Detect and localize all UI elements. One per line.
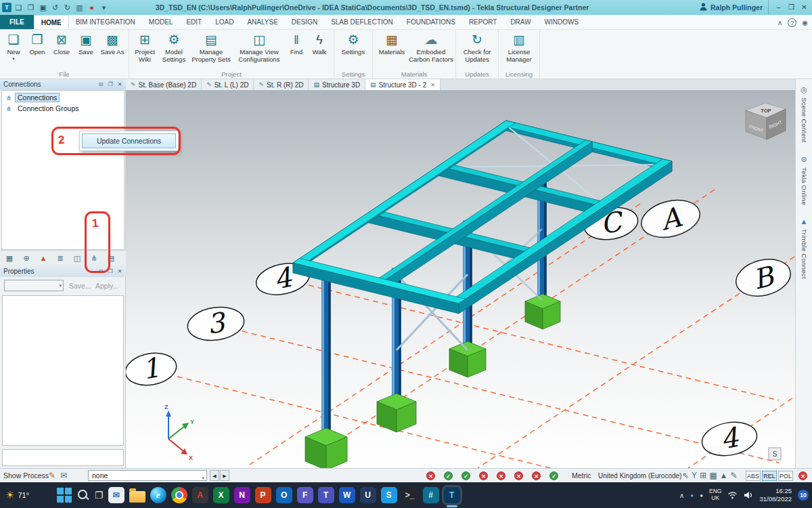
coord-mode-pol[interactable]: POL bbox=[778, 471, 793, 481]
ribbon-tab-slab-deflection[interactable]: SLAB DEFLECTION bbox=[324, 15, 400, 29]
language-switcher[interactable]: ENG UK bbox=[709, 488, 721, 502]
solver-view-icon[interactable]: ▦ bbox=[2, 252, 17, 264]
tekla-tsd-icon[interactable]: T bbox=[444, 487, 460, 503]
close-tab-icon[interactable]: ✕ bbox=[430, 82, 435, 88]
ribbon-tab-file[interactable]: FILE bbox=[0, 15, 34, 29]
redo-icon[interactable]: ↻ bbox=[62, 3, 72, 12]
process-filter-dropdown[interactable]: none ▾ bbox=[88, 470, 207, 481]
next-icon[interactable]: ▶ bbox=[220, 470, 229, 481]
ribbon-button-license-manager[interactable]: ▥License Manager bbox=[501, 32, 537, 70]
connections-icon[interactable]: ⋔ bbox=[87, 252, 102, 264]
app-grid-icon[interactable]: # bbox=[423, 487, 439, 503]
tree-item-connection-groups[interactable]: ⋔Connection Groups bbox=[2, 103, 124, 114]
app-logo-icon[interactable]: T bbox=[2, 3, 12, 12]
collapse-ribbon-icon[interactable]: ∧ bbox=[777, 19, 782, 26]
float-panel-icon[interactable]: ❐ bbox=[106, 266, 114, 277]
float-panel-icon[interactable]: ❐ bbox=[106, 79, 114, 90]
snap-mode-button[interactable]: S bbox=[769, 448, 781, 460]
ribbon-button-manage-property-sets[interactable]: ▤Manage Property Sets bbox=[189, 32, 233, 70]
chart-icon[interactable]: ▲ bbox=[719, 471, 727, 480]
weather-widget[interactable]: ☀ 71° bbox=[5, 482, 29, 508]
ribbon-button-check-for-updates[interactable]: ↻Check for Updates bbox=[458, 32, 496, 70]
ribbon-button-new[interactable]: ❏New▾ bbox=[2, 32, 25, 70]
notification-badge[interactable]: 10 bbox=[798, 490, 809, 501]
coord-mode-abs[interactable]: ABS bbox=[746, 471, 761, 481]
ribbon-button-open[interactable]: ❐Open bbox=[25, 32, 49, 70]
grid-view-icon[interactable]: ▦ bbox=[709, 471, 717, 480]
trimble-connect-tab[interactable]: ▲Trimble Connect bbox=[796, 211, 812, 285]
status-green-icon[interactable]: ✓ bbox=[444, 471, 453, 480]
units-label[interactable]: Metric bbox=[572, 471, 591, 480]
onenote-icon[interactable]: N bbox=[234, 487, 250, 503]
view-tab-structure-3d-2[interactable]: ▤Structure 3D - 2✕ bbox=[365, 79, 441, 90]
status-red-icon[interactable]: ✕ bbox=[497, 471, 505, 480]
ribbon-tab-design[interactable]: DESIGN bbox=[285, 15, 324, 29]
properties-preset-dropdown[interactable]: ▾ bbox=[4, 280, 64, 291]
tray-app-icon[interactable]: ● bbox=[700, 492, 703, 499]
open-icon[interactable]: ❐ bbox=[26, 3, 36, 12]
wifi-icon[interactable] bbox=[727, 491, 738, 499]
app-f-icon[interactable]: F bbox=[297, 487, 313, 503]
ribbon-tab-home[interactable]: HOME bbox=[34, 15, 69, 29]
process-mail-icon[interactable]: ✉ bbox=[60, 471, 67, 480]
edge-icon[interactable]: e bbox=[150, 487, 166, 503]
grid-bubble[interactable]: 1 bbox=[126, 349, 179, 389]
drawings-icon[interactable]: ▤ bbox=[104, 252, 118, 264]
error-status-icon[interactable]: ✕ bbox=[798, 471, 807, 480]
ribbon-button-close[interactable]: ⊠Close bbox=[49, 32, 74, 70]
y-axis-icon[interactable]: Y bbox=[692, 471, 697, 480]
globe-view-icon[interactable]: ⊕ bbox=[19, 252, 34, 264]
close-button[interactable]: ✕ bbox=[798, 0, 811, 15]
ribbon-tab-analyse[interactable]: ANALYSE bbox=[240, 15, 284, 29]
app-s-icon[interactable]: S bbox=[381, 487, 397, 503]
select-pointer-icon[interactable]: ⇖ bbox=[682, 471, 689, 480]
ribbon-tab-report[interactable]: REPORT bbox=[462, 15, 504, 29]
ribbon-button-settings[interactable]: ⚙Settings bbox=[336, 32, 370, 70]
model-viewport[interactable]: 4 3 1 C A B 4 bbox=[126, 90, 795, 468]
acrobat-icon[interactable]: A bbox=[192, 487, 208, 503]
ribbon-button-manage-view-configurations[interactable]: ◫Manage View Configurations bbox=[233, 32, 286, 70]
tree-item-connections[interactable]: ⋔Connections bbox=[2, 92, 124, 103]
view-tab-structure-3d[interactable]: ▤Structure 3D bbox=[309, 79, 365, 90]
status-red-icon[interactable]: ✕ bbox=[532, 471, 541, 480]
ribbon-tab-load[interactable]: LOAD bbox=[208, 15, 240, 29]
update-connections-menu-item[interactable]: Update Connections bbox=[82, 133, 176, 148]
task-view-button[interactable]: ❐ bbox=[95, 490, 104, 501]
view-tab-st-r-r-2d[interactable]: ✎St. R (R) 2D bbox=[254, 79, 309, 90]
search-button[interactable] bbox=[76, 488, 90, 502]
powerpoint-icon[interactable]: P bbox=[255, 487, 271, 503]
view-tab-st-base-base-2d[interactable]: ✎St. Base (Base) 2D bbox=[126, 79, 202, 90]
ribbon-tab-foundations[interactable]: FOUNDATIONS bbox=[400, 15, 462, 29]
ribbon-tab-edit[interactable]: EDIT bbox=[179, 15, 208, 29]
ribbon-tab-model[interactable]: MODEL bbox=[142, 15, 180, 29]
minimize-button[interactable]: – bbox=[772, 0, 785, 15]
ribbon-tab-windows[interactable]: WINDOWS bbox=[538, 15, 586, 29]
teams-icon[interactable]: T bbox=[318, 487, 334, 503]
status-red-icon[interactable]: ✕ bbox=[479, 471, 488, 480]
head-code-label[interactable]: United Kingdom (Eurocode) bbox=[598, 472, 681, 480]
volume-icon[interactable] bbox=[744, 491, 753, 499]
status-green-icon[interactable]: ✓ bbox=[549, 471, 558, 480]
user-account[interactable]: Ralph Pullinger bbox=[700, 0, 769, 15]
close-panel-icon[interactable]: ✕ bbox=[116, 266, 124, 277]
view-cube[interactable]: TOP FRONT RIGHT bbox=[746, 103, 786, 140]
ribbon-tab-bim-integration[interactable]: BIM INTEGRATION bbox=[69, 15, 142, 29]
terminal-icon[interactable]: >_ bbox=[402, 487, 418, 503]
structure-3d-canvas[interactable]: 4 3 1 C A B 4 bbox=[126, 90, 795, 468]
grid-bubble[interactable]: B bbox=[732, 254, 794, 301]
coord-mode-rel[interactable]: REL bbox=[762, 471, 777, 481]
clock[interactable]: 16:25 31/08/2022 bbox=[759, 487, 792, 503]
ribbon-button-embodied-carbon-factors[interactable]: ☁Embodied Carbon Factors bbox=[409, 32, 453, 70]
status-red-icon[interactable]: ✕ bbox=[514, 471, 523, 480]
paint-process-icon[interactable]: ✎ bbox=[49, 471, 55, 480]
chrome-icon[interactable] bbox=[171, 487, 187, 503]
properties-apply-button[interactable]: Apply... bbox=[95, 282, 118, 290]
warnings-icon[interactable]: ▲ bbox=[36, 252, 51, 264]
restore-button[interactable]: ❐ bbox=[785, 0, 798, 15]
frames-icon[interactable]: ◫ bbox=[70, 252, 85, 264]
tekla-online-tab[interactable]: ⊚Tekla Online bbox=[796, 149, 812, 211]
undo-icon[interactable]: ↺ bbox=[50, 3, 60, 12]
view-tab-st-l-l-2d[interactable]: ✎St. L (L) 2D bbox=[202, 79, 254, 90]
ribbon-button-materials[interactable]: ▦Materials bbox=[375, 32, 409, 70]
new-doc-icon[interactable]: ❏ bbox=[14, 3, 24, 12]
